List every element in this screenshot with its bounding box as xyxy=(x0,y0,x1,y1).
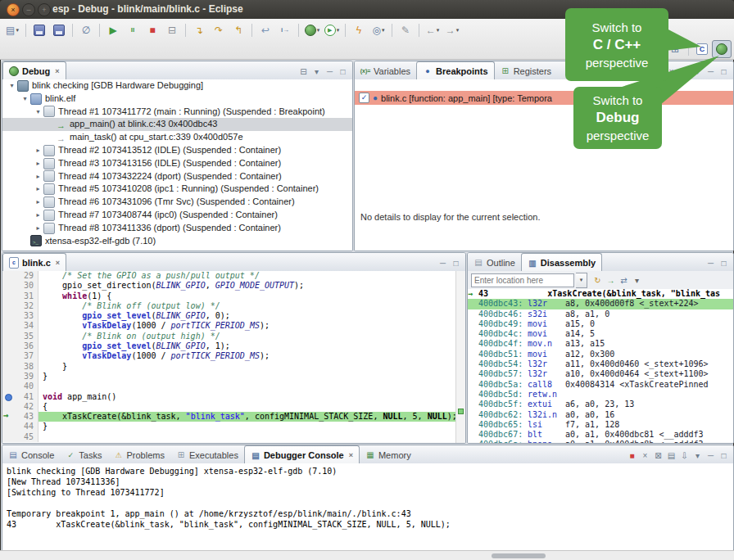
debug-tree-item[interactable]: ▸Thread #8 1073411336 (dport) (Suspended… xyxy=(2,222,352,235)
clear-console-icon[interactable]: ▤ xyxy=(666,451,677,460)
remove-all-launches-icon[interactable]: ⊠ xyxy=(653,451,664,460)
line-number[interactable]: 31 xyxy=(13,291,39,301)
tree-expander-icon[interactable]: ▸ xyxy=(34,222,43,235)
disassembly-row[interactable]: 400dbc5f:extuia6, a0, 23, 13 xyxy=(468,400,733,409)
overview-ruler[interactable] xyxy=(455,271,465,443)
tab-breakpoints[interactable]: Breakpoints xyxy=(416,61,495,80)
disassembly-row[interactable]: 400dbc57:l32ra10, 0x400d0464 <_stext+110… xyxy=(468,369,733,379)
line-number[interactable]: 42 xyxy=(13,402,39,412)
new-wizard-icon[interactable]: ▤▾ xyxy=(2,21,22,39)
minimize-icon[interactable]: ─ xyxy=(324,67,335,76)
tree-expander-icon[interactable]: ▾ xyxy=(34,106,43,119)
tab-disassembly[interactable]: Disassembly xyxy=(521,253,602,272)
tab-problems[interactable]: Problems xyxy=(107,446,170,463)
disassembly-row[interactable]: 400dbc54:l32ra11, 0x400d0460 <_stext+109… xyxy=(468,359,733,369)
line-number[interactable]: 39 xyxy=(13,372,39,382)
flash-icon[interactable]: ϟ xyxy=(349,21,369,39)
debug-tree-item[interactable]: ▾Thread #1 1073411772 (main : Running) (… xyxy=(2,106,352,119)
location-input[interactable] xyxy=(471,273,574,287)
maximize-icon[interactable]: □ xyxy=(718,259,729,268)
terminate-icon[interactable]: ■ xyxy=(627,451,637,460)
tab-debug[interactable]: Debug × xyxy=(2,61,66,80)
tab-console[interactable]: Console xyxy=(2,446,60,463)
maximize-icon[interactable]: □ xyxy=(338,67,348,76)
code-line[interactable]: 31 while(1) { xyxy=(2,291,456,301)
line-number[interactable]: 34 xyxy=(13,321,39,331)
disassembly-row[interactable]: 400dbc49:movia15, 0 xyxy=(468,319,733,329)
cpp-perspective-button[interactable]: C xyxy=(692,40,712,58)
disassembly-row[interactable]: 400dbc4f:mov.na13, a15 xyxy=(468,339,733,349)
debug-tree-item[interactable]: ▾blink.elf xyxy=(2,93,352,106)
tree-expander-icon[interactable]: ▸ xyxy=(34,170,43,183)
disassembly-row[interactable]: →43 xTaskCreate(&blink_task, "blink_tas xyxy=(468,289,733,299)
close-tab-icon[interactable]: × xyxy=(55,67,59,75)
code-line[interactable]: 30 gpio_set_direction(BLINK_GPIO, GPIO_M… xyxy=(2,281,456,291)
tab-blink-c[interactable]: c blink.c × xyxy=(2,253,66,272)
disassembly-row[interactable]: 400dbc46:s32ia8, a1, 0 xyxy=(468,309,733,319)
minimize-icon[interactable]: ─ xyxy=(705,451,716,460)
step-over-icon[interactable]: ↷ xyxy=(209,21,229,39)
disassembly-row[interactable]: 400dbc62:l32i.na0, a0, 16 xyxy=(468,410,733,420)
tab-registers[interactable]: Registers xyxy=(495,62,557,79)
debug-tree-item[interactable]: ▸Thread #4 1073432224 (dport) (Suspended… xyxy=(2,170,352,183)
tree-expander-icon[interactable]: ▸ xyxy=(34,209,43,222)
debug-tree-item[interactable]: ▸Thread #7 1073408744 (ipc0) (Suspended … xyxy=(2,209,352,222)
save-icon[interactable] xyxy=(29,21,49,39)
minimize-window-button[interactable]: – xyxy=(22,3,35,16)
refresh-icon[interactable]: ↻ xyxy=(592,276,603,285)
tree-expander-icon[interactable]: ▸ xyxy=(34,157,43,170)
scroll-lock-icon[interactable]: ⇩ xyxy=(679,451,690,460)
horizontal-scrollbar-thumb[interactable] xyxy=(492,553,546,558)
line-number[interactable]: 38 xyxy=(13,362,39,372)
maximize-icon[interactable]: □ xyxy=(451,259,461,268)
tree-expander-icon[interactable]: ▸ xyxy=(34,196,43,209)
line-number[interactable]: 44 xyxy=(13,422,39,431)
debug-tree-item[interactable]: ▸Thread #5 1073410208 (ipc1 : Running) (… xyxy=(2,183,352,196)
line-number[interactable]: 40 xyxy=(13,382,39,391)
back-icon[interactable]: ←▾ xyxy=(423,21,442,39)
minimize-icon[interactable]: ─ xyxy=(705,259,716,268)
debug-perspective-button[interactable] xyxy=(712,40,732,58)
tree-expander-icon[interactable]: ▾ xyxy=(20,93,29,106)
remove-all-breakpoints-icon[interactable]: ⊠ xyxy=(679,67,690,76)
code-line[interactable]: 34 vTaskDelay(1000 / portTICK_PERIOD_MS)… xyxy=(2,321,456,331)
line-number[interactable]: 41 xyxy=(13,392,39,402)
view-menu-icon[interactable]: ▾ xyxy=(632,276,642,285)
line-number[interactable]: 37 xyxy=(13,351,39,361)
code-line[interactable]: 45 xyxy=(2,432,456,442)
tab-outline[interactable]: Outline xyxy=(468,254,521,271)
run-icon[interactable]: ▶▾ xyxy=(322,21,342,39)
drop-to-frame-icon[interactable]: ↩ xyxy=(256,21,275,39)
tab-debugger-console[interactable]: Debugger Console× xyxy=(244,445,360,464)
line-number[interactable]: 43 xyxy=(13,412,39,422)
instruction-stepping-icon[interactable]: i→ xyxy=(275,21,295,39)
tree-expander-icon[interactable]: ▾ xyxy=(7,79,16,93)
maximize-window-button[interactable]: + xyxy=(38,3,51,16)
code-line[interactable]: 42{ xyxy=(2,402,456,412)
debug-tree-item[interactable]: app_main() at blink.c:43 0x400dbc43 xyxy=(2,118,352,131)
tab-tasks[interactable]: Tasks xyxy=(60,446,107,463)
sync-icon[interactable]: ⇄ xyxy=(618,276,629,285)
code-line[interactable]: 44} xyxy=(2,422,456,431)
debug-tree-item[interactable]: ▸Thread #3 1073413156 (IDLE) (Suspended … xyxy=(2,157,352,170)
disassembly-row[interactable]: 400dbc4c:movia14, 5 xyxy=(468,329,733,339)
code-line[interactable]: 41void app_main() xyxy=(2,392,456,402)
debug-icon[interactable]: ▾ xyxy=(302,21,322,39)
view-menu-icon[interactable]: ▾ xyxy=(692,67,703,76)
resume-icon[interactable]: ▶ xyxy=(103,21,123,39)
debug-tree-item[interactable]: main_task() at cpu_start.c:339 0x400d057… xyxy=(2,131,352,144)
debug-tree-item[interactable]: xtensa-esp32-elf-gdb (7.10) xyxy=(2,235,352,248)
save-all-icon[interactable] xyxy=(49,21,69,39)
close-tab-icon[interactable]: × xyxy=(56,259,60,267)
code-line[interactable]: 40 xyxy=(2,382,456,391)
line-number[interactable]: 33 xyxy=(13,311,39,321)
code-line[interactable]: 35 /* Blink on (output high) */ xyxy=(2,332,456,341)
tab-memory[interactable]: Memory xyxy=(360,446,417,463)
breakpoint-checkbox[interactable]: ✓ xyxy=(359,93,369,103)
code-line[interactable]: 32 /* Blink off (output low) */ xyxy=(2,301,456,311)
code-line[interactable]: 39} xyxy=(2,372,456,382)
code-line[interactable]: 38 } xyxy=(2,362,456,372)
disassembly-row[interactable]: 400dbc43:l32ra8, 0x400d00f8 <_stext+224> xyxy=(468,299,733,309)
disassembly-row[interactable]: 400dbc67:blta0, a1, 0x400dbc81 <__adddf3 xyxy=(468,430,733,440)
line-number[interactable]: 35 xyxy=(13,332,39,341)
